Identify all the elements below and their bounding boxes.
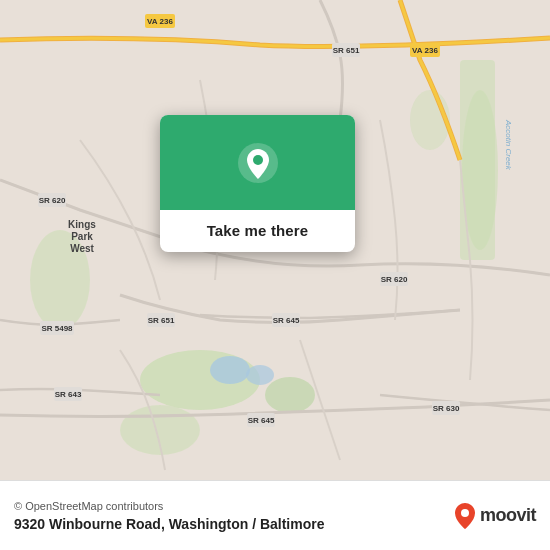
bottom-bar: © OpenStreetMap contributors 9320 Winbou…: [0, 480, 550, 550]
svg-text:SR 645: SR 645: [248, 416, 275, 425]
svg-point-38: [461, 509, 469, 517]
svg-text:West: West: [70, 243, 94, 254]
svg-text:SR 645: SR 645: [273, 316, 300, 325]
osm-attribution: © OpenStreetMap contributors: [14, 500, 444, 512]
svg-text:Park: Park: [71, 231, 93, 242]
popup-green-area: [160, 115, 355, 210]
svg-text:SR 620: SR 620: [381, 275, 408, 284]
svg-text:SR 651: SR 651: [148, 316, 175, 325]
popup-button-area: Take me there: [160, 210, 355, 252]
address-text: 9320 Winbourne Road, Washington / Baltim…: [14, 516, 444, 532]
osm-attribution-text: © OpenStreetMap contributors: [14, 500, 163, 512]
svg-text:SR 630: SR 630: [433, 404, 460, 413]
svg-point-9: [246, 365, 274, 385]
moovit-pin-icon: [454, 502, 476, 530]
svg-text:SR 620: SR 620: [39, 196, 66, 205]
svg-point-2: [265, 377, 315, 413]
svg-point-37: [253, 155, 263, 165]
svg-text:Accotin Creek: Accotin Creek: [504, 119, 513, 171]
moovit-label: moovit: [480, 505, 536, 526]
popup-card: Take me there: [160, 115, 355, 252]
svg-text:VA 236: VA 236: [412, 46, 438, 55]
moovit-logo: moovit: [454, 502, 536, 530]
svg-text:Kings: Kings: [68, 219, 96, 230]
svg-point-8: [210, 356, 250, 384]
svg-text:VA 236: VA 236: [147, 17, 173, 26]
svg-text:SR 5498: SR 5498: [41, 324, 73, 333]
map-container: Accotin Creek VA 236 VA 236 SR 651 SR 62…: [0, 0, 550, 480]
location-pin-icon: [236, 141, 280, 185]
svg-text:SR 651: SR 651: [333, 46, 360, 55]
take-me-there-button[interactable]: Take me there: [207, 222, 309, 239]
svg-text:SR 643: SR 643: [55, 390, 82, 399]
